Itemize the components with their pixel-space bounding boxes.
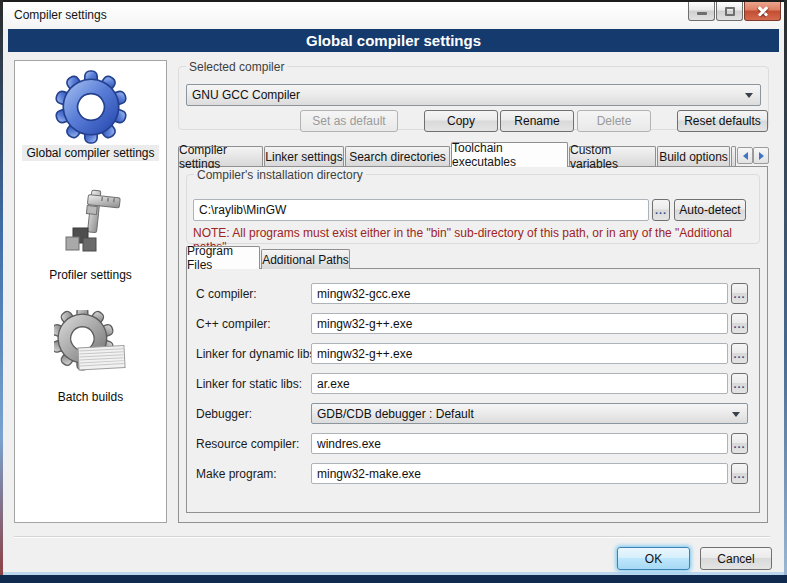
cpp-compiler-label: C++ compiler: [196,317,271,331]
cpp-compiler-browse-button[interactable]: ... [731,313,748,334]
tab-toolchain-executables[interactable]: Toolchain executables [451,142,568,167]
minimize-icon [697,12,707,15]
page-title: Global compiler settings [8,29,779,52]
caliper-icon [56,188,126,258]
tab-build-options[interactable]: Build options [657,146,730,166]
static-linker-input[interactable] [311,373,728,394]
sidebar-item-global-compiler-label[interactable]: Global compiler settings [14,146,167,160]
sidebar-item-batch-builds[interactable] [14,310,167,384]
maximize-button[interactable] [716,2,743,21]
dynamic-linker-browse-button[interactable]: ... [731,343,748,364]
auto-detect-button[interactable]: Auto-detect [674,199,746,221]
make-program-browse-button[interactable]: ... [731,463,748,484]
selected-compiler-group-label: Selected compiler [186,60,287,74]
debugger-select[interactable]: GDB/CDB debugger : Default [311,403,748,424]
minimize-button[interactable] [688,2,715,21]
c-compiler-input[interactable] [311,283,728,304]
debugger-select-value: GDB/CDB debugger : Default [317,407,474,421]
static-linker-label: Linker for static libs: [196,377,302,391]
copy-button[interactable]: Copy [424,110,498,132]
install-dir-browse-button[interactable]: ... [652,199,670,221]
tab-scroll-left-button[interactable] [737,147,753,164]
install-dir-input[interactable] [193,199,649,221]
tab-linker-settings[interactable]: Linker settings [264,146,344,166]
arrow-left-icon [743,152,748,160]
ok-button[interactable]: OK [617,547,690,570]
compiler-select[interactable]: GNU GCC Compiler [186,84,761,106]
make-program-label: Make program: [196,467,277,481]
arrow-right-icon [759,152,764,160]
maximize-icon [725,7,735,16]
footer-divider [14,536,770,538]
subtab-program-files[interactable]: Program Files [186,246,260,269]
tab-search-directories[interactable]: Search directories [345,146,450,166]
subtab-additional-paths[interactable]: Additional Paths [261,249,350,269]
sidebar-item-profiler[interactable] [14,188,167,258]
static-linker-browse-button[interactable]: ... [731,373,748,394]
dynamic-linker-input[interactable] [311,343,728,364]
sidebar-item-batch-builds-label[interactable]: Batch builds [14,390,167,404]
resource-compiler-input[interactable] [311,433,728,454]
chevron-down-icon [745,93,753,98]
window-border-bottom [0,575,787,583]
make-program-input[interactable] [311,463,728,484]
delete-button[interactable]: Delete [577,110,651,132]
cancel-button[interactable]: Cancel [700,547,772,570]
gray-gear-papers-icon [54,310,128,384]
set-as-default-button[interactable]: Set as default [300,110,398,132]
debugger-label: Debugger: [196,407,252,421]
close-button[interactable] [744,2,781,21]
window-title: Compiler settings [14,8,107,22]
titlebar[interactable] [3,2,784,29]
sidebar-item-profiler-label[interactable]: Profiler settings [14,268,167,282]
compiler-settings-dialog: Compiler settings Global compiler settin… [0,0,787,583]
c-compiler-browse-button[interactable]: ... [731,283,748,304]
dynamic-linker-label: Linker for dynamic libs: [196,347,319,361]
install-dir-group-label: Compiler's installation directory [194,168,366,182]
tab-compiler-settings[interactable]: Compiler settings [178,146,263,166]
close-icon [756,4,770,18]
tab-custom-variables[interactable]: Custom variables [569,146,656,166]
resource-compiler-browse-button[interactable]: ... [731,433,748,454]
sidebar-item-global-compiler[interactable] [14,70,167,144]
c-compiler-label: C compiler: [196,287,257,301]
rename-button[interactable]: Rename [500,110,574,132]
tab-clipped[interactable] [731,146,736,166]
tab-scroll-right-button[interactable] [753,147,769,164]
cpp-compiler-input[interactable] [311,313,728,334]
compiler-select-value: GNU GCC Compiler [192,88,300,102]
chevron-down-icon [732,412,740,417]
resource-compiler-label: Resource compiler: [196,437,299,451]
blue-gear-icon [54,70,128,144]
reset-defaults-button[interactable]: Reset defaults [677,110,768,132]
window-border-left [0,0,3,583]
